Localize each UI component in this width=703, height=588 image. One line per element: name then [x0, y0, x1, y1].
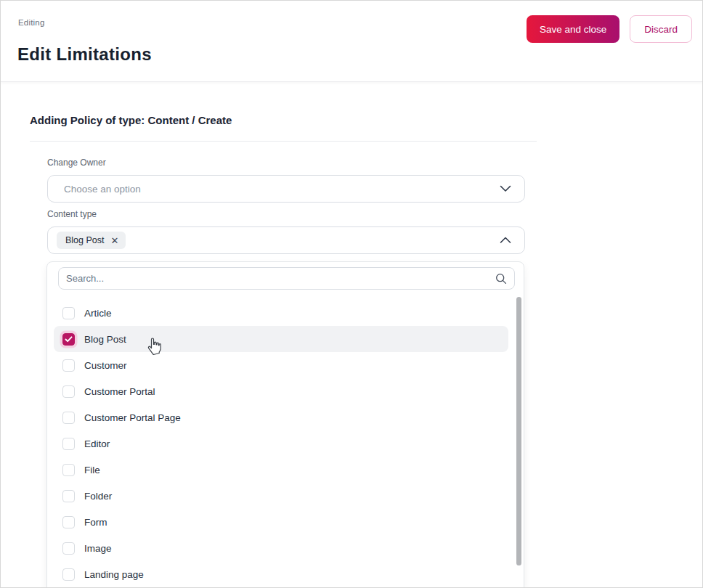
header-actions: Save and close Discard — [527, 15, 692, 43]
option-row[interactable]: Customer Portal — [54, 378, 508, 404]
change-owner-select[interactable]: Choose an option — [47, 175, 525, 203]
content-type-label: Content type — [47, 209, 97, 219]
checkbox[interactable] — [62, 359, 75, 372]
checkbox[interactable] — [62, 412, 75, 424]
editing-status-label: Editing — [18, 18, 45, 27]
option-label: Customer Portal — [84, 386, 155, 397]
option-row[interactable]: Article — [54, 300, 508, 326]
option-label: Image — [84, 543, 112, 554]
option-label: Folder — [84, 491, 112, 502]
option-label: Customer Portal Page — [84, 412, 181, 423]
page-title: Edit Limitations — [17, 44, 152, 65]
change-owner-label: Change Owner — [47, 158, 106, 168]
option-label: Landing page — [84, 569, 144, 580]
save-and-close-button[interactable]: Save and close — [527, 15, 619, 43]
edit-limitations-page: Editing Edit Limitations Save and close … — [0, 0, 703, 588]
search-icon — [495, 273, 507, 285]
content-type-select[interactable]: Blog Post ✕ — [47, 226, 525, 254]
option-row[interactable]: Customer Portal Page — [54, 404, 508, 430]
chevron-up-icon — [500, 237, 511, 244]
option-label: Editor — [84, 438, 110, 449]
scrollbar-thumb[interactable] — [516, 297, 521, 565]
search-input[interactable] — [66, 273, 495, 284]
selected-chip-blog-post: Blog Post ✕ — [57, 232, 126, 249]
checkbox[interactable] — [62, 568, 75, 581]
checkmark-icon — [65, 336, 73, 343]
page-header: Editing Edit Limitations Save and close … — [1, 1, 702, 82]
checkbox[interactable] — [62, 307, 75, 319]
remove-chip-icon[interactable]: ✕ — [111, 236, 119, 245]
option-label: Blog Post — [84, 334, 126, 345]
option-label: File — [84, 465, 100, 475]
content-type-dropdown-panel: Article Blog Post Customer Customer Port… — [46, 261, 524, 588]
change-owner-placeholder: Choose an option — [64, 184, 141, 195]
chevron-down-icon — [500, 185, 511, 192]
option-row[interactable]: Landing page — [54, 561, 508, 587]
option-row[interactable]: Form — [54, 509, 508, 535]
options-list: Article Blog Post Customer Customer Port… — [47, 300, 524, 587]
option-label: Form — [84, 517, 107, 528]
chip-label: Blog Post — [65, 235, 105, 245]
checkbox[interactable] — [62, 542, 75, 555]
checkbox[interactable] — [62, 333, 75, 346]
search-box — [58, 267, 515, 290]
checkbox[interactable] — [62, 490, 75, 502]
checkbox[interactable] — [62, 438, 75, 450]
option-row[interactable]: Folder — [54, 483, 508, 509]
section-title: Adding Policy of type: Content / Create — [30, 114, 232, 126]
option-row[interactable]: Editor — [54, 430, 508, 457]
option-label: Customer — [84, 360, 127, 371]
checkbox[interactable] — [62, 464, 75, 476]
checkbox[interactable] — [62, 385, 75, 398]
option-row[interactable]: Blog Post — [54, 326, 508, 352]
option-row[interactable]: File — [54, 457, 508, 483]
option-label: Article — [84, 308, 112, 319]
checkbox[interactable] — [62, 516, 75, 528]
option-row[interactable]: Customer — [54, 352, 508, 378]
discard-button[interactable]: Discard — [630, 15, 692, 43]
option-row[interactable]: Image — [54, 535, 508, 561]
section-divider — [30, 141, 537, 142]
